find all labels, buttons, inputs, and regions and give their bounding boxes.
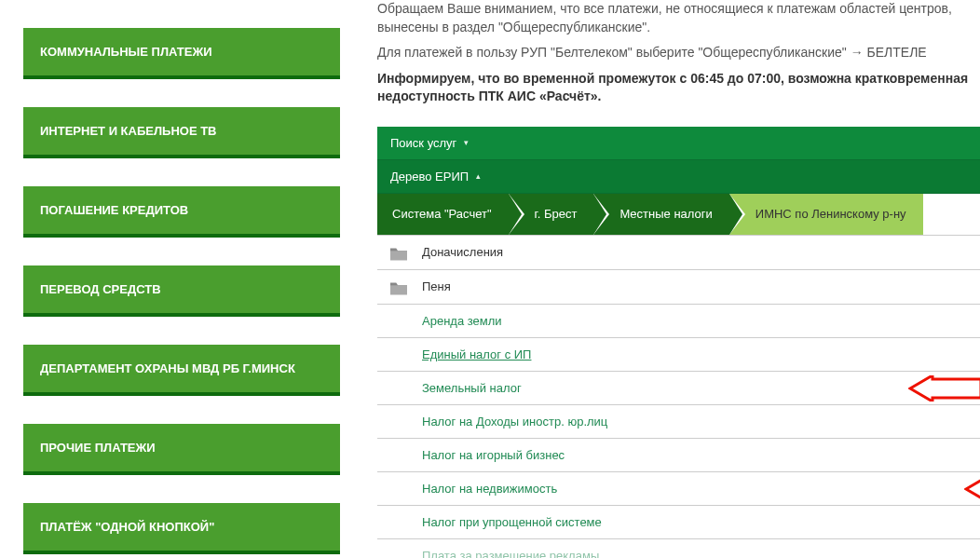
sidebar-item-internet[interactable]: ИНТЕРНЕТ И КАБЕЛЬНОЕ ТВ <box>23 107 340 158</box>
sidebar-item-label: ИНТЕРНЕТ И КАБЕЛЬНОЕ ТВ <box>40 124 217 138</box>
sidebar-item-label: ПЕРЕВОД СРЕДСТВ <box>40 282 161 296</box>
service-link[interactable]: Налог на игорный бизнес <box>422 448 565 462</box>
list-item[interactable]: Аренда земли <box>377 305 980 338</box>
sidebar-item-utilities[interactable]: КОММУНАЛЬНЫЕ ПЛАТЕЖИ <box>23 28 340 79</box>
panel-search-services[interactable]: Поиск услуг ▾ <box>377 127 980 160</box>
sidebar-item-one-click[interactable]: ПЛАТЁЖ "ОДНОЙ КНОПКОЙ" <box>23 503 340 554</box>
sidebar-item-label: ПОГАШЕНИЕ КРЕДИТОВ <box>40 203 188 217</box>
folder-icon <box>388 279 409 294</box>
notice-text-2: Для платежей в пользу РУП "Белтелеком" в… <box>377 44 980 62</box>
panel-label: Дерево ЕРИП <box>390 170 469 184</box>
list-item[interactable]: Плата за размещение рекламы <box>377 539 980 558</box>
list-item[interactable]: Земельный налог <box>377 372 980 405</box>
breadcrumb-system[interactable]: Система "Расчет" <box>377 194 509 235</box>
sidebar-item-label: ПЛАТЁЖ "ОДНОЙ КНОПКОЙ" <box>40 520 214 534</box>
list-item[interactable]: Налог на Доходы иностр. юр.лиц <box>377 405 980 439</box>
sidebar-item-loans[interactable]: ПОГАШЕНИЕ КРЕДИТОВ <box>23 186 340 238</box>
list-item[interactable]: Налог на недвижимость <box>377 472 980 506</box>
folder-row[interactable]: Пеня <box>377 270 980 305</box>
service-link[interactable]: Единый налог с ИП <box>422 347 531 361</box>
sidebar-item-transfer[interactable]: ПЕРЕВОД СРЕДСТВ <box>23 265 340 317</box>
chevron-up-icon: ▴ <box>476 171 480 181</box>
sidebar-item-security-dept[interactable]: ДЕПАРТАМЕНТ ОХРАНЫ МВД РБ Г.МИНСК <box>23 345 340 396</box>
list-item[interactable]: Налог при упрощенной системе <box>377 506 980 539</box>
service-link[interactable]: Аренда земли <box>422 314 502 328</box>
notice-bold: Информируем, что во временной промежуток… <box>377 70 980 106</box>
folder-label: Доначисления <box>422 245 503 259</box>
folder-icon <box>388 245 409 260</box>
service-link[interactable]: Налог на недвижимость <box>422 482 557 496</box>
service-link[interactable]: Налог при упрощенной системе <box>422 515 602 529</box>
breadcrumb: Система "Расчет" г. Брест Местные налоги… <box>377 194 980 235</box>
folder-label: Пеня <box>422 279 451 293</box>
list-item[interactable]: Единый налог с ИП <box>377 338 980 372</box>
panel-erip-tree[interactable]: Дерево ЕРИП ▴ <box>377 160 980 194</box>
notice-text-1: Обращаем Ваше вниманием, что все платежи… <box>377 0 980 36</box>
list-item[interactable]: Налог на игорный бизнес <box>377 439 980 472</box>
folder-row[interactable]: Доначисления <box>377 236 980 270</box>
sidebar-item-label: ПРОЧИЕ ПЛАТЕЖИ <box>40 441 156 455</box>
sidebar: КОММУНАЛЬНЫЕ ПЛАТЕЖИ ИНТЕРНЕТ И КАБЕЛЬНО… <box>23 0 340 558</box>
breadcrumb-imns[interactable]: ИМНС по Ленинскому р-ну <box>729 194 923 235</box>
panel-label: Поиск услуг <box>390 136 456 150</box>
service-link[interactable]: Плата за размещение рекламы <box>422 549 599 558</box>
breadcrumb-taxes[interactable]: Местные налоги <box>593 194 728 235</box>
sidebar-item-other[interactable]: ПРОЧИЕ ПЛАТЕЖИ <box>23 424 340 475</box>
sidebar-item-label: ДЕПАРТАМЕНТ ОХРАНЫ МВД РБ Г.МИНСК <box>40 361 295 375</box>
chevron-down-icon: ▾ <box>464 138 468 147</box>
main-content: Обращаем Ваше вниманием, что все платежи… <box>377 0 980 558</box>
accordion: Поиск услуг ▾ Дерево ЕРИП ▴ Система "Рас… <box>377 127 980 558</box>
service-list: Доначисления Пеня Аренда земли Единый на… <box>377 235 980 558</box>
service-link[interactable]: Налог на Доходы иностр. юр.лиц <box>422 415 607 429</box>
service-link[interactable]: Земельный налог <box>422 381 522 395</box>
sidebar-item-label: КОММУНАЛЬНЫЕ ПЛАТЕЖИ <box>40 45 212 59</box>
